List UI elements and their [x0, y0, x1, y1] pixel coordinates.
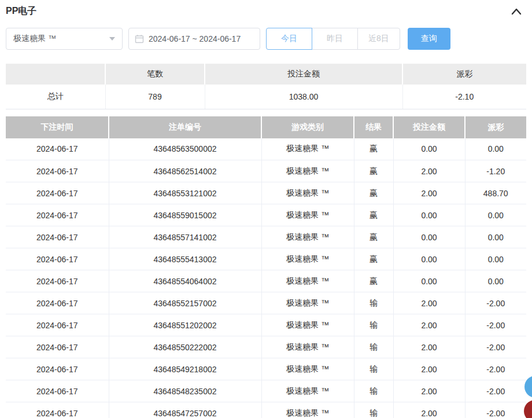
table-row: 2024-06-1743648562514002极速糖果 ™赢2.00-1.20 — [6, 160, 526, 182]
game-select-value: 极速糖果 ™ — [13, 34, 56, 44]
summary-header-bet-amount: 投注金额 — [205, 64, 402, 85]
bet-amount-cell: 2.00 — [393, 358, 465, 380]
bet-amount-cell: 0.00 — [393, 270, 465, 292]
result-cell: 赢 — [354, 182, 393, 204]
header-result: 结果 — [354, 116, 393, 138]
bet-amount-cell: 0.00 — [393, 248, 465, 270]
bet-id-cell: 43648562514002 — [109, 160, 261, 182]
bet-amount-cell: 2.00 — [393, 380, 465, 402]
table-row: 2024-06-1743648557141002极速糖果 ™赢0.000.00 — [6, 226, 526, 248]
date-range-picker[interactable]: 2024-06-17 ~ 2024-06-17 — [128, 28, 260, 50]
game-type-cell: 极速糖果 ™ — [261, 248, 354, 270]
yesterday-button[interactable]: 昨日 — [312, 28, 358, 50]
payout-cell: -2.00 — [465, 314, 526, 336]
bet-table-body: 2024-06-1743648563500002极速糖果 ™赢0.000.002… — [6, 138, 526, 418]
summary-header-row: 笔数 投注金额 派彩 — [6, 64, 526, 85]
summary-count: 789 — [105, 85, 205, 109]
bet-id-cell: 43648554064002 — [109, 270, 261, 292]
header-bet-id: 注单编号 — [109, 116, 261, 138]
game-select[interactable]: 极速糖果 ™ — [6, 28, 123, 50]
summary-total-row: 总计 789 1038.00 -2.10 — [6, 85, 526, 109]
date-range-value: 2024-06-17 ~ 2024-06-17 — [149, 34, 241, 43]
bet-time-cell: 2024-06-17 — [6, 292, 109, 314]
result-cell: 输 — [354, 358, 393, 380]
payout-cell: 0.00 — [465, 138, 526, 160]
bet-amount-cell: 2.00 — [393, 336, 465, 358]
result-cell: 输 — [354, 314, 393, 336]
collapse-button[interactable] — [510, 5, 523, 18]
summary-header-payout: 派彩 — [402, 64, 526, 85]
bet-time-cell: 2024-06-17 — [6, 248, 109, 270]
bet-amount-cell: 0.00 — [393, 204, 465, 226]
payout-cell: 0.00 — [465, 204, 526, 226]
panel-header: PP电子 — [0, 0, 532, 17]
summary-header-count: 笔数 — [105, 64, 205, 85]
caret-down-icon — [109, 37, 115, 41]
bet-table-header-row: 下注时间 注单编号 游戏类别 结果 投注金额 派彩 — [6, 116, 526, 138]
bet-amount-cell: 2.00 — [393, 182, 465, 204]
game-type-cell: 极速糖果 ™ — [261, 270, 354, 292]
payout-cell: -2.00 — [465, 402, 526, 418]
bet-amount-cell: 0.00 — [393, 226, 465, 248]
bet-time-cell: 2024-06-17 — [6, 380, 109, 402]
game-type-cell: 极速糖果 ™ — [261, 336, 354, 358]
payout-cell: 0.00 — [465, 248, 526, 270]
bet-id-cell: 43648563500002 — [109, 138, 261, 160]
bet-id-cell: 43648550222002 — [109, 336, 261, 358]
bet-records-table: 下注时间 注单编号 游戏类别 结果 投注金额 派彩 2024-06-174364… — [6, 116, 526, 418]
header-bet-time: 下注时间 — [6, 116, 109, 138]
summary-total-label: 总计 — [6, 85, 105, 109]
bet-time-cell: 2024-06-17 — [6, 336, 109, 358]
bet-amount-cell: 2.00 — [393, 314, 465, 336]
bet-id-cell: 43648549218002 — [109, 358, 261, 380]
bet-id-cell: 43648555413002 — [109, 248, 261, 270]
bet-time-cell: 2024-06-17 — [6, 270, 109, 292]
table-row: 2024-06-1743648552157002极速糖果 ™输2.00-2.00 — [6, 292, 526, 314]
summary-bet-amount: 1038.00 — [205, 85, 402, 109]
filter-bar: 极速糖果 ™ 2024-06-17 ~ 2024-06-17 今日 昨日 近8日… — [6, 28, 526, 50]
result-cell: 赢 — [354, 138, 393, 160]
calendar-icon — [135, 34, 149, 43]
payout-cell: -2.00 — [465, 292, 526, 314]
result-cell: 赢 — [354, 204, 393, 226]
game-type-cell: 极速糖果 ™ — [261, 402, 354, 418]
chevron-up-icon — [511, 8, 522, 15]
table-row: 2024-06-1743648548235002极速糖果 ™输2.00-2.00 — [6, 380, 526, 402]
payout-cell: -1.20 — [465, 160, 526, 182]
bet-time-cell: 2024-06-17 — [6, 314, 109, 336]
payout-cell: 488.70 — [465, 182, 526, 204]
table-row: 2024-06-1743648549218002极速糖果 ™输2.00-2.00 — [6, 358, 526, 380]
game-type-cell: 极速糖果 ™ — [261, 226, 354, 248]
result-cell: 赢 — [354, 160, 393, 182]
game-type-cell: 极速糖果 ™ — [261, 292, 354, 314]
payout-cell: 0.00 — [465, 270, 526, 292]
result-cell: 输 — [354, 292, 393, 314]
today-button[interactable]: 今日 — [266, 28, 312, 50]
payout-cell: -2.00 — [465, 358, 526, 380]
bet-time-cell: 2024-06-17 — [6, 204, 109, 226]
bet-amount-cell: 2.00 — [393, 292, 465, 314]
bet-time-cell: 2024-06-17 — [6, 182, 109, 204]
query-button[interactable]: 查询 — [408, 28, 450, 50]
table-row: 2024-06-1743648547257002极速糖果 ™输2.00-2.00 — [6, 402, 526, 418]
quick-range-group: 今日 昨日 近8日 — [266, 28, 400, 50]
bet-amount-cell: 2.00 — [393, 402, 465, 418]
bet-id-cell: 43648551202002 — [109, 314, 261, 336]
result-cell: 赢 — [354, 226, 393, 248]
result-cell: 输 — [354, 336, 393, 358]
game-type-cell: 极速糖果 ™ — [261, 160, 354, 182]
header-payout: 派彩 — [465, 116, 526, 138]
summary-payout: -2.10 — [402, 85, 526, 109]
table-row: 2024-06-1743648563500002极速糖果 ™赢0.000.00 — [6, 138, 526, 160]
summary-header-empty — [6, 64, 105, 85]
game-type-cell: 极速糖果 ™ — [261, 182, 354, 204]
game-type-cell: 极速糖果 ™ — [261, 358, 354, 380]
table-row: 2024-06-1743648555413002极速糖果 ™赢0.000.00 — [6, 248, 526, 270]
bet-id-cell: 43648552157002 — [109, 292, 261, 314]
game-type-cell: 极速糖果 ™ — [261, 138, 354, 160]
result-cell: 输 — [354, 380, 393, 402]
result-cell: 赢 — [354, 248, 393, 270]
payout-cell: -2.00 — [465, 336, 526, 358]
bet-id-cell: 43648547257002 — [109, 402, 261, 418]
last-8-days-button[interactable]: 近8日 — [357, 28, 400, 50]
